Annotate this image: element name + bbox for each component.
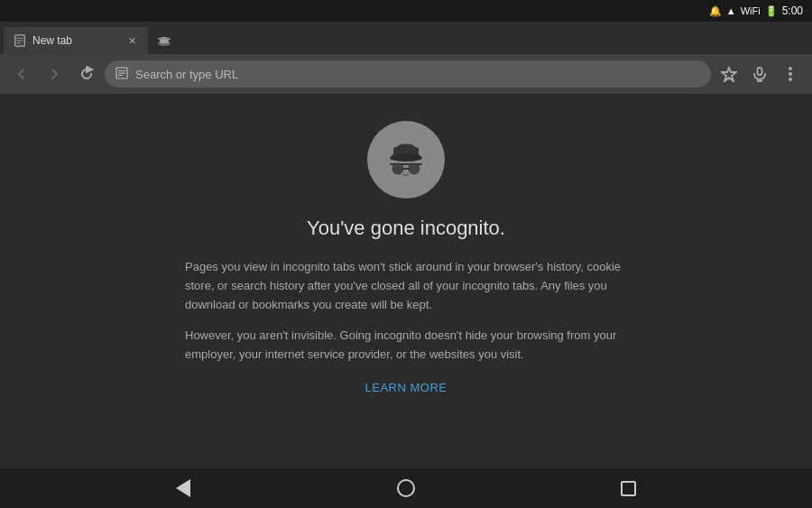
svg-point-17 <box>789 67 792 70</box>
incognito-paragraph-1: Pages you view in incognito tabs won't s… <box>185 258 627 314</box>
signal-icon: ▲ <box>726 5 736 16</box>
learn-more-link[interactable]: LEARN MORE <box>365 381 448 394</box>
android-back-button[interactable] <box>165 470 201 506</box>
svg-marker-13 <box>722 68 736 81</box>
recents-square-icon <box>621 481 636 496</box>
forward-button[interactable] <box>40 60 69 88</box>
svg-point-26 <box>409 163 420 174</box>
back-triangle-icon <box>176 479 190 497</box>
wifi-icon: WiFi <box>741 5 761 16</box>
alarm-icon: 🔔 <box>709 5 722 17</box>
toolbar-right <box>715 60 805 88</box>
tab-close-button[interactable]: ✕ <box>125 33 139 48</box>
svg-rect-14 <box>758 68 762 75</box>
new-tab-button[interactable] <box>152 27 177 52</box>
incognito-title: You've gone incognito. <box>307 217 505 240</box>
nav-bar <box>0 468 812 508</box>
svg-rect-7 <box>158 38 171 40</box>
status-icons: 🔔 ▲ WiFi 🔋 5:00 <box>709 5 803 17</box>
android-home-button[interactable] <box>388 470 424 506</box>
url-bar[interactable]: Search or type URL <box>105 60 711 88</box>
home-circle-icon <box>397 479 415 497</box>
android-recents-button[interactable] <box>611 470 647 506</box>
voice-search-button[interactable] <box>745 60 774 88</box>
bookmark-button[interactable] <box>715 60 743 88</box>
tab-bar: New tab ✕ <box>0 22 812 54</box>
svg-point-23 <box>390 154 422 162</box>
svg-point-19 <box>789 78 792 81</box>
tab-favicon <box>13 33 27 48</box>
status-bar: 🔔 ▲ WiFi 🔋 5:00 <box>0 0 812 22</box>
active-tab[interactable]: New tab ✕ <box>4 27 148 54</box>
svg-marker-8 <box>87 67 92 72</box>
url-text: Search or type URL <box>135 68 700 81</box>
svg-point-25 <box>392 163 403 174</box>
svg-point-18 <box>789 72 792 76</box>
svg-point-22 <box>397 144 415 151</box>
toolbar: Search or type URL <box>0 54 812 94</box>
reload-button[interactable] <box>72 60 101 88</box>
incognito-paragraph-2: However, you aren't invisible. Going inc… <box>185 327 627 365</box>
incognito-icon <box>367 121 445 199</box>
menu-button[interactable] <box>776 60 805 88</box>
back-button[interactable] <box>7 60 36 88</box>
battery-icon: 🔋 <box>765 5 778 17</box>
tab-title: New tab <box>32 34 119 47</box>
status-time: 5:00 <box>782 5 803 17</box>
main-content: You've gone incognito. Pages you view in… <box>0 94 812 468</box>
url-page-icon <box>115 67 128 82</box>
